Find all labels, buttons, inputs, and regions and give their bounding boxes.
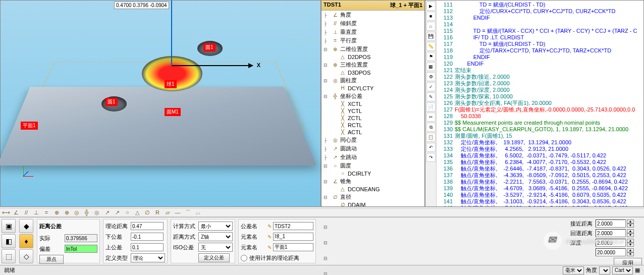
define-tol-button[interactable]: 定义公差	[198, 253, 230, 262]
angle-select[interactable]	[599, 266, 610, 274]
totalrun-icon[interactable]: ↗	[113, 209, 121, 216]
tree-item[interactable]: ╳RCTL	[321, 122, 424, 129]
mode-1-icon[interactable]: ▣	[2, 219, 16, 233]
tool-paste-icon[interactable]: 📋	[426, 133, 436, 142]
upper-input[interactable]	[131, 243, 164, 251]
tool-stop-icon[interactable]: ■	[426, 12, 436, 21]
dist-select[interactable]: Z轴	[198, 232, 233, 241]
parallel-icon[interactable]: //	[22, 209, 30, 216]
feature-label-circlem[interactable]: 圆M1	[165, 108, 181, 116]
use-calc-radio[interactable]	[241, 255, 247, 261]
tree-item[interactable]: ⊟⊕三维位置度	[321, 61, 424, 69]
rad-icon[interactable]: R	[153, 209, 162, 216]
tree-item[interactable]: ├//倾斜度	[321, 19, 424, 28]
feature-label-plane[interactable]: 平面1	[21, 122, 38, 130]
tree-item[interactable]: ├◎同心度	[321, 136, 424, 144]
origin-button[interactable]: 原点	[39, 255, 64, 264]
retract-input[interactable]	[596, 229, 626, 237]
tool-run-icon[interactable]: ▶	[426, 2, 436, 11]
tolerance-tree[interactable]: TDST1 球_1 + 平面1 ├∠角度├//倾斜度├⊥垂直度├=平行度⊟⊕二维…	[321, 0, 425, 207]
angle-icon[interactable]: ∠	[12, 209, 20, 216]
mode-3-icon[interactable]: ⬚	[2, 249, 16, 263]
nominal-input[interactable]	[131, 222, 164, 230]
down-icon[interactable]: ▼	[627, 233, 634, 237]
lower-input[interactable]	[131, 233, 164, 241]
calc-select[interactable]: 最小	[198, 222, 233, 231]
tool-save-icon[interactable]: 💾	[426, 32, 436, 41]
tree-item[interactable]: ╳XCTL	[321, 100, 424, 107]
coord-select[interactable]: Cart	[612, 266, 633, 274]
surf-icon[interactable]: ⌓	[194, 209, 202, 216]
3d-viewport[interactable]: 0.4700 0.3796 -0.0904 球1 圆1 圆1 平面1 圆M1	[0, 0, 321, 207]
approach-input[interactable]	[596, 219, 626, 228]
tree-item[interactable]: ⊟⊕二维位置度	[321, 45, 424, 53]
tree-item[interactable]: △DCONEANG	[321, 186, 424, 193]
tool-edit-icon[interactable]: ✎	[426, 92, 436, 101]
tool-home-icon[interactable]: ⌂	[426, 22, 436, 31]
tree-item[interactable]: ╳ACTL	[321, 129, 424, 136]
elem2-input[interactable]	[273, 243, 313, 251]
up-icon[interactable]: ▲	[627, 239, 634, 243]
mode-6-icon[interactable]: ◇	[19, 249, 33, 263]
clear-input[interactable]	[596, 248, 626, 256]
tool-check-icon[interactable]: ✓	[426, 82, 436, 91]
elem1-input[interactable]	[273, 233, 313, 241]
tree-item[interactable]: △D3DPOS	[321, 69, 424, 76]
tool-gear-icon[interactable]: ⚙	[426, 72, 436, 81]
pos3d-icon[interactable]: ⊕	[63, 209, 71, 216]
tool-copy-icon[interactable]: ⧉	[426, 123, 436, 132]
perp-icon[interactable]: ⊥	[32, 209, 40, 216]
plane-icon[interactable]: ▱	[164, 209, 172, 216]
tree-item[interactable]: ├⊥垂直度	[321, 28, 424, 36]
tree-item[interactable]: ├↗圆跳动	[321, 144, 424, 153]
tree-item[interactable]: ⊟∠锥角	[321, 177, 424, 186]
tool-doc-icon[interactable]: 📄	[426, 102, 436, 112]
up-icon[interactable]: ▲	[627, 248, 634, 252]
tool-undo-icon[interactable]: ↶	[426, 143, 436, 152]
line-icon[interactable]: —	[174, 209, 182, 216]
runout-icon[interactable]: ↗	[103, 209, 111, 216]
dia-icon[interactable]: ∅	[143, 209, 151, 216]
tree-item[interactable]: ⊟∅直径	[321, 193, 424, 201]
unit-select[interactable]: 毫米	[563, 266, 584, 274]
coord-icon[interactable]: ╬	[83, 209, 91, 216]
tree-item[interactable]: HDCYLCTY	[321, 85, 424, 92]
code-editor[interactable]: 111 TD = 赋值/(CLRDIST - TD)112 定位/CURX+CC…	[437, 1, 643, 206]
round-icon[interactable]: ○	[123, 209, 131, 216]
tool-sheet-icon[interactable]: ▦	[426, 62, 436, 71]
tree-item[interactable]: ⊟◎圆柱度	[321, 76, 424, 85]
feature-label-circle1[interactable]: 圆1	[203, 43, 216, 51]
up-icon[interactable]: ▲	[627, 219, 634, 224]
tool-redo-icon[interactable]: ↷	[426, 153, 436, 162]
tree-item[interactable]: ⊟╬坐标公差	[321, 92, 424, 100]
down-icon[interactable]: ▼	[627, 243, 634, 247]
down-icon[interactable]: ▼	[627, 224, 634, 228]
profile-icon[interactable]: ⌒	[184, 209, 192, 216]
tree-item[interactable]: ⊟○圆度	[321, 161, 424, 170]
distance-icon[interactable]: ⟷	[2, 209, 10, 216]
tree-item[interactable]: ╳YCTL	[321, 107, 424, 115]
tool-flag-icon[interactable]: ⚑	[426, 52, 436, 61]
mode-4-icon[interactable]: ◆	[19, 219, 33, 233]
tree-item[interactable]: ○DCIRLTY	[321, 170, 424, 177]
tool-ruler-icon[interactable]: 📏	[426, 42, 436, 51]
tree-item[interactable]: ├∠角度	[321, 11, 424, 19]
tolname-input[interactable]	[273, 222, 313, 230]
tool-cut-icon[interactable]: ✂	[426, 113, 436, 122]
output-icon[interactable]: ▦	[635, 267, 640, 273]
mode-5-icon[interactable]: ♦	[19, 234, 33, 248]
mode-2-icon[interactable]: ◧	[2, 234, 16, 248]
tree-item[interactable]: △D2DPOS	[321, 53, 424, 61]
down-icon[interactable]: ▼	[627, 252, 634, 256]
iso-select[interactable]: 无	[198, 243, 233, 252]
cyl-icon[interactable]: ◎	[73, 209, 81, 216]
feature-label-sphere[interactable]: 球1	[165, 80, 177, 88]
pos2d-icon[interactable]: ⊕	[52, 209, 61, 216]
up-icon[interactable]: ▲	[627, 229, 634, 233]
tree-item[interactable]: ╳ZCTL	[321, 115, 424, 122]
conc-icon[interactable]: ◎	[93, 209, 101, 216]
feature-label-circle2[interactable]: 圆1	[105, 98, 118, 106]
flat-icon[interactable]: =	[42, 209, 50, 216]
tree-item[interactable]: ∅DDAIM	[321, 201, 424, 207]
tree-item[interactable]: ├=平行度	[321, 36, 424, 45]
